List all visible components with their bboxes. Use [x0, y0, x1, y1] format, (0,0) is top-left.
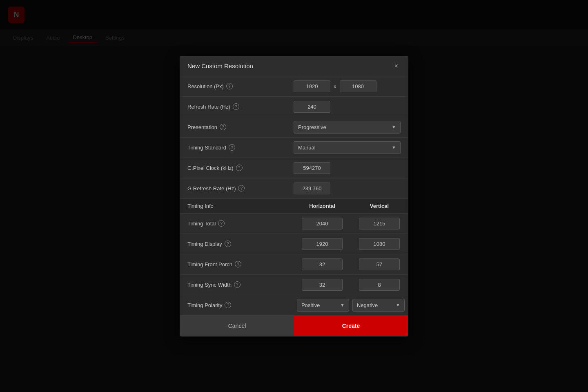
create-button[interactable]: Create: [294, 316, 408, 336]
polarity-controls: Positive ▼ Negative ▼: [294, 299, 408, 312]
timing-standard-row: Timing Standard ? Manual ▼: [180, 138, 408, 158]
resolution-row: Resolution (Px) ? x: [180, 76, 408, 97]
timing-front-porch-h-input[interactable]: [302, 258, 343, 270]
timing-front-porch-row: Timing Front Porch ?: [180, 254, 408, 275]
resolution-width-input[interactable]: [294, 80, 330, 92]
timing-total-help-icon[interactable]: ?: [218, 220, 225, 227]
timing-display-v-input[interactable]: [359, 238, 400, 250]
g-refresh-rate-row: G.Refresh Rate (Hz) ?: [180, 178, 408, 199]
timing-front-porch-help-icon[interactable]: ?: [235, 261, 241, 267]
presentation-controls: Progressive ▼: [294, 121, 401, 134]
pixel-clock-row: G.Pixel Clock (kHz) ?: [180, 158, 408, 178]
refresh-rate-controls: [294, 101, 401, 113]
timing-display-label: Timing Display ?: [180, 241, 294, 247]
presentation-row: Presentation ? Progressive ▼: [180, 117, 408, 138]
presentation-dropdown-arrow: ▼: [392, 125, 396, 129]
resolution-controls: x: [294, 80, 401, 92]
polarity-h-arrow: ▼: [340, 303, 345, 307]
modal-title: New Custom Resolution: [187, 62, 253, 69]
custom-resolution-modal: New Custom Resolution × Resolution (Px) …: [180, 56, 408, 336]
timing-standard-label: Timing Standard ?: [187, 144, 294, 151]
modal-footer: Cancel Create: [180, 316, 408, 336]
refresh-rate-row: Refresh Rate (Hz) ?: [180, 97, 408, 117]
timing-sync-width-h-col: [294, 279, 351, 291]
pixel-clock-help-icon[interactable]: ?: [236, 165, 243, 171]
timing-sync-width-help-icon[interactable]: ?: [234, 281, 241, 288]
timing-sync-width-v-col: [351, 279, 408, 291]
timing-standard-dropdown-arrow: ▼: [392, 145, 396, 150]
modal-backdrop: New Custom Resolution × Resolution (Px) …: [0, 0, 588, 392]
timing-standard-controls: Manual ▼: [294, 141, 401, 154]
timing-vertical-header: Vertical: [351, 199, 408, 213]
g-refresh-rate-input[interactable]: [294, 183, 330, 194]
timing-polarity-help-icon[interactable]: ?: [225, 302, 231, 308]
timing-standard-dropdown[interactable]: Manual ▼: [294, 141, 401, 154]
timing-display-h-col: [294, 238, 351, 250]
timing-total-label: Timing Total ?: [180, 220, 294, 227]
timing-sync-width-v-input[interactable]: [359, 279, 400, 291]
timing-total-v-col: [351, 218, 408, 229]
presentation-label: Presentation ?: [187, 124, 294, 130]
timing-horizontal-header: Horizontal: [294, 199, 351, 213]
g-refresh-rate-controls: [294, 183, 401, 194]
resolution-help-icon[interactable]: ?: [226, 83, 233, 89]
timing-display-v-col: [351, 238, 408, 250]
timing-polarity-label: Timing Polarity ?: [180, 302, 294, 308]
refresh-rate-label: Refresh Rate (Hz) ?: [187, 103, 294, 110]
resolution-separator: x: [334, 83, 336, 89]
timing-info-header: Timing Info Horizontal Vertical: [180, 199, 408, 214]
presentation-help-icon[interactable]: ?: [220, 124, 226, 130]
pixel-clock-input[interactable]: [294, 162, 330, 174]
cancel-button[interactable]: Cancel: [180, 316, 294, 336]
timing-front-porch-label: Timing Front Porch ?: [180, 261, 294, 267]
timing-total-v-input[interactable]: [359, 218, 400, 229]
timing-display-row: Timing Display ?: [180, 234, 408, 254]
timing-total-h-input[interactable]: [302, 218, 343, 229]
polarity-v-dropdown[interactable]: Negative ▼: [352, 299, 405, 312]
polarity-h-dropdown[interactable]: Positive ▼: [297, 299, 349, 312]
timing-total-h-col: [294, 218, 351, 229]
g-refresh-rate-help-icon[interactable]: ?: [238, 185, 245, 192]
pixel-clock-label: G.Pixel Clock (kHz) ?: [187, 165, 294, 171]
timing-sync-width-h-input[interactable]: [302, 279, 343, 291]
timing-sync-width-label: Timing Sync Width ?: [180, 281, 294, 288]
modal-body: Resolution (Px) ? x Refresh Rate (Hz) ?: [180, 76, 408, 316]
timing-display-h-input[interactable]: [302, 238, 343, 250]
presentation-dropdown[interactable]: Progressive ▼: [294, 121, 401, 134]
timing-standard-help-icon[interactable]: ?: [229, 144, 235, 151]
timing-total-row: Timing Total ?: [180, 214, 408, 234]
refresh-rate-input[interactable]: [294, 101, 330, 113]
timing-info-section-label: Timing Info: [180, 199, 294, 213]
modal-close-button[interactable]: ×: [392, 62, 401, 70]
timing-polarity-row: Timing Polarity ? Positive ▼ Negative ▼: [180, 295, 408, 316]
polarity-v-arrow: ▼: [396, 303, 400, 307]
resolution-label: Resolution (Px) ?: [187, 83, 294, 89]
timing-sync-width-row: Timing Sync Width ?: [180, 275, 408, 295]
timing-front-porch-v-col: [351, 258, 408, 270]
refresh-rate-help-icon[interactable]: ?: [233, 103, 239, 110]
timing-front-porch-v-input[interactable]: [359, 258, 400, 270]
modal-header: New Custom Resolution ×: [180, 56, 408, 76]
timing-front-porch-h-col: [294, 258, 351, 270]
g-refresh-rate-label: G.Refresh Rate (Hz) ?: [187, 185, 294, 192]
timing-display-help-icon[interactable]: ?: [225, 241, 231, 247]
pixel-clock-controls: [294, 162, 401, 174]
resolution-height-input[interactable]: [340, 80, 376, 92]
